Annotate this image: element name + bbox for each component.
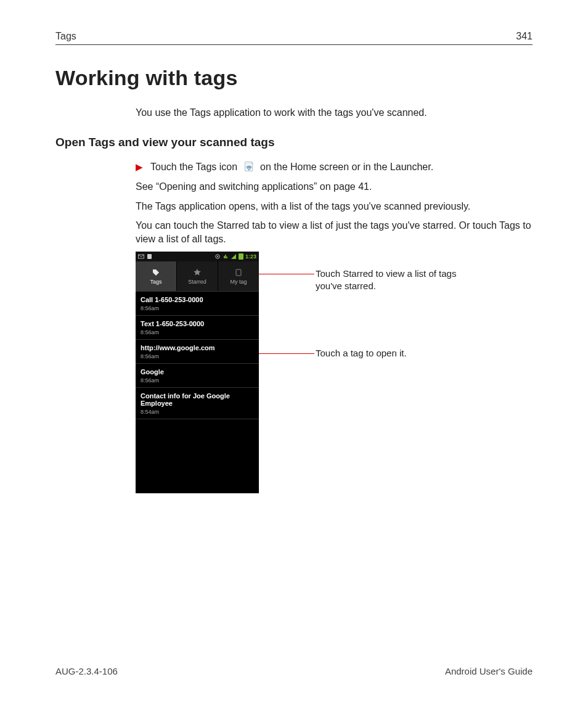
header-page-number: 341 <box>516 31 533 42</box>
header-section: Tags <box>55 31 76 42</box>
signal-icon <box>231 253 237 260</box>
list-item-time: 8:56am <box>141 353 254 359</box>
data-icon <box>223 253 229 260</box>
intro-paragraph: You use the Tags application to work wit… <box>136 107 533 118</box>
sd-icon <box>147 253 153 260</box>
phone-empty-area <box>136 419 259 493</box>
tab-starred[interactable]: Starred <box>176 261 218 291</box>
battery-icon <box>239 253 243 260</box>
step-1-pre: Touch the Tags icon <box>150 162 237 172</box>
list-item-time: 8:54am <box>141 409 254 415</box>
section-heading: Open Tags and view your scanned tags <box>55 136 533 149</box>
status-bar: 1:23 <box>136 252 259 261</box>
running-footer: AUG-2.3.4-106 Android User's Guide <box>55 666 533 676</box>
list-item[interactable]: Call 1-650-253-0000 8:56am <box>136 291 259 315</box>
running-header: Tags 341 <box>55 31 533 45</box>
status-time: 1:23 <box>245 253 256 260</box>
callout-starred-text: Touch Starred to view a list of tags you… <box>316 268 457 292</box>
tab-bar: Tags Starred My tag <box>136 261 259 291</box>
svg-point-4 <box>217 256 218 257</box>
callouts: Touch Starred to view a list of tags you… <box>259 268 457 359</box>
phone-screenshot: 1:23 Tags Starred <box>136 252 259 493</box>
list-item[interactable]: Google 8:56am <box>136 363 259 387</box>
tab-starred-label: Starred <box>188 279 206 285</box>
list-item-title: Text 1-650-253-0000 <box>141 320 254 327</box>
list-item-title: Google <box>141 368 254 376</box>
tab-mytag[interactable]: My tag <box>218 261 259 291</box>
star-icon <box>193 268 202 277</box>
callout-open-tag: Touch a tag to open it. <box>259 347 457 359</box>
paragraph-app-opens: The Tags application opens, with a list … <box>136 200 533 213</box>
list-item-time: 8:56am <box>141 305 254 311</box>
tag-list: Call 1-650-253-0000 8:56am Text 1-650-25… <box>136 291 259 419</box>
paragraph-starred-tab: You can touch the Starred tab to view a … <box>136 219 533 245</box>
mytag-icon <box>234 268 243 277</box>
list-item-time: 8:56am <box>141 377 254 384</box>
list-item[interactable]: http://www.google.com 8:56am <box>136 339 259 363</box>
callout-starred: Touch Starred to view a list of tags you… <box>259 268 457 292</box>
footer-right: Android User's Guide <box>445 666 533 676</box>
tab-tags[interactable]: Tags <box>136 261 176 291</box>
step-bullet-icon: ▶ <box>136 160 143 174</box>
footer-left: AUG-2.3.4-106 <box>55 666 118 676</box>
tab-tags-label: Tags <box>150 279 161 285</box>
paragraph-see-ref: See “Opening and switching applications”… <box>136 180 533 194</box>
svg-rect-2 <box>147 254 152 259</box>
tab-mytag-label: My tag <box>230 279 247 285</box>
list-item-title: Call 1-650-253-0000 <box>141 296 254 303</box>
svg-point-0 <box>248 169 250 170</box>
list-item-title: Contact info for Joe Google Employee <box>141 392 254 407</box>
gps-icon <box>214 253 221 260</box>
step-1-text: Touch the Tags icon on the Home screen o… <box>150 160 433 173</box>
step-1: ▶ Touch the Tags icon on the Home scree <box>136 160 533 174</box>
list-item-time: 8:56am <box>141 329 254 335</box>
svg-rect-5 <box>236 269 241 276</box>
list-item[interactable]: Contact info for Joe Google Employee 8:5… <box>136 387 259 419</box>
list-item-title: http://www.google.com <box>141 344 254 351</box>
step-1-post: on the Home screen or in the Launcher. <box>260 162 433 172</box>
tags-app-icon <box>243 160 255 173</box>
list-item[interactable]: Text 1-650-253-0000 8:56am <box>136 315 259 339</box>
callout-open-tag-text: Touch a tag to open it. <box>316 347 407 359</box>
mail-icon <box>138 253 144 260</box>
page-title: Working with tags <box>55 66 533 90</box>
tag-icon <box>152 268 160 277</box>
